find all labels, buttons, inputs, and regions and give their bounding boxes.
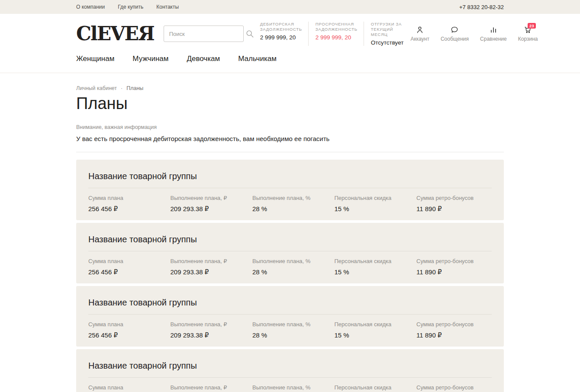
plan-group-card: Название товарной группы Сумма плана256 … <box>76 223 504 283</box>
metric-label: Сумма ретро-бонусов <box>416 195 474 201</box>
plan-group-title: Название товарной группы <box>88 361 492 371</box>
account-button[interactable]: Аккаунт <box>410 26 429 42</box>
metric-label: Сумма плана <box>88 195 171 201</box>
metric-cell: Выполнение плана, ₽209 293.38 ₽ <box>171 384 253 392</box>
cart-icon: 23 <box>523 26 532 34</box>
metric-value: 11 890 ₽ <box>416 331 474 339</box>
nav-item-boys[interactable]: Мальчикам <box>238 55 277 63</box>
metric-cell: Выполнение плана, ₽209 293.38 ₽ <box>171 321 253 339</box>
cart-button[interactable]: 23 Корзина <box>518 26 538 42</box>
breadcrumb-current: Планы <box>126 85 143 91</box>
metric-cell: Выполнение плана, %28 % <box>252 384 335 392</box>
metric-cell: Сумма ретро-бонусов11 890 ₽ <box>416 195 474 213</box>
account-stats: Дебиторская задолженность 2 999 999, 20 … <box>253 22 411 46</box>
nav-item-girls[interactable]: Девочкам <box>187 55 220 63</box>
plan-cards: Название товарной группы Сумма плана256 … <box>76 160 504 392</box>
metric-label: Выполнение плана, ₽ <box>171 195 253 201</box>
metric-label: Выполнение плана, % <box>252 195 335 201</box>
metric-value: 256 456 ₽ <box>88 331 171 339</box>
action-label: Корзина <box>518 36 538 42</box>
phone-number[interactable]: +7 8332 20-82-32 <box>459 4 504 10</box>
metrics-row: Сумма плана256 456 ₽Выполнение плана, ₽2… <box>88 384 492 392</box>
topbar-link-about[interactable]: О компании <box>76 4 105 10</box>
metric-label: Персональная скидка <box>335 195 417 201</box>
stat-overdue: Просроченная задолженность 2 999 999, 20 <box>308 22 364 46</box>
metric-label: Персональная скидка <box>335 321 417 328</box>
search-input[interactable] <box>169 31 245 37</box>
plan-group-card: Название товарной группы Сумма плана256 … <box>76 160 504 220</box>
metrics-row: Сумма плана256 456 ₽Выполнение плана, ₽2… <box>88 195 492 213</box>
metric-label: Персональная скидка <box>335 384 417 391</box>
metric-value: 256 456 ₽ <box>88 205 171 213</box>
chat-icon <box>450 26 459 34</box>
plan-group-title: Название товарной группы <box>88 298 492 308</box>
search-box <box>164 26 244 42</box>
search-icon[interactable] <box>245 29 254 38</box>
page-title: Планы <box>76 94 504 113</box>
metric-value: 28 % <box>252 331 335 339</box>
metric-label: Выполнение плана, ₽ <box>171 384 253 391</box>
divider <box>76 152 504 152</box>
metric-label: Сумма плана <box>88 321 171 328</box>
header-actions: Аккаунт Сообщения <box>410 26 538 42</box>
metric-cell: Выполнение плана, %28 % <box>252 258 335 276</box>
stat-shipments: Отгрузки за текущий месяц Отсутствует <box>364 22 411 46</box>
stat-value: 2 999 999, 20 <box>260 34 301 41</box>
metric-cell: Персональная скидка15 % <box>335 321 417 339</box>
metric-value: 209 293.38 ₽ <box>171 268 253 276</box>
metric-value: 209 293.38 ₽ <box>171 331 253 339</box>
notice-label: Внимание, важная информация <box>76 124 504 130</box>
metric-cell: Выполнение плана, %28 % <box>252 321 335 339</box>
topbar-link-contacts[interactable]: Контакты <box>156 4 179 10</box>
metric-value: 28 % <box>252 268 335 276</box>
metric-label: Персональная скидка <box>335 258 417 264</box>
metric-label: Выполнение плана, ₽ <box>171 258 253 264</box>
metric-label: Сумма ретро-бонусов <box>416 258 474 264</box>
breadcrumb: Личный кабинет · Планы <box>76 85 504 91</box>
action-label: Сообщения <box>441 36 469 42</box>
metric-label: Сумма плана <box>88 258 171 264</box>
metric-label: Выполнение плана, % <box>252 384 335 391</box>
compare-button[interactable]: Сравнение <box>480 26 507 42</box>
card-divider <box>88 251 492 251</box>
metric-label: Сумма ретро-бонусов <box>416 321 474 328</box>
metric-label: Сумма плана <box>88 384 171 391</box>
main-content: Личный кабинет · Планы Планы Внимание, в… <box>76 73 504 392</box>
metric-value: 209 293.38 ₽ <box>171 205 253 213</box>
metric-label: Сумма ретро-бонусов <box>416 384 474 391</box>
breadcrumb-account[interactable]: Личный кабинет <box>76 85 117 91</box>
metric-cell: Сумма плана256 456 ₽ <box>88 321 171 339</box>
plan-group-card: Название товарной группы Сумма плана256 … <box>76 286 504 347</box>
plan-group-card: Название товарной группы Сумма плана256 … <box>76 349 504 392</box>
stat-receivables: Дебиторская задолженность 2 999 999, 20 <box>253 22 308 46</box>
metric-label: Выполнение плана, % <box>252 321 335 328</box>
card-divider <box>88 377 492 378</box>
messages-button[interactable]: Сообщения <box>441 26 469 42</box>
metric-cell: Сумма плана256 456 ₽ <box>88 258 171 276</box>
card-divider <box>88 188 492 188</box>
nav-item-men[interactable]: Мужчинам <box>132 55 168 63</box>
notice-text: У вас есть просроченная дебиторская задо… <box>76 135 504 142</box>
metrics-row: Сумма плана256 456 ₽Выполнение плана, ₽2… <box>88 258 492 276</box>
cart-badge: 23 <box>528 23 536 29</box>
card-divider <box>88 314 492 315</box>
metric-cell: Сумма ретро-бонусов11 890 ₽ <box>416 384 474 392</box>
plan-group-title: Название товарной группы <box>88 171 492 181</box>
metrics-row: Сумма плана256 456 ₽Выполнение плана, ₽2… <box>88 321 492 339</box>
topbar-link-where-to-buy[interactable]: Где купить <box>118 4 143 10</box>
metric-cell: Персональная скидка15 % <box>335 258 417 276</box>
action-label: Сравнение <box>480 36 507 42</box>
plan-group-title: Название товарной группы <box>88 235 492 244</box>
metric-cell: Сумма плана256 456 ₽ <box>88 384 171 392</box>
breadcrumb-separator: · <box>121 85 122 91</box>
stat-value: 2 999 999, 20 <box>316 34 357 41</box>
metric-value: 256 456 ₽ <box>88 268 171 276</box>
action-label: Аккаунт <box>410 36 429 42</box>
metric-value: 15 % <box>335 205 417 212</box>
nav-item-women[interactable]: Женщинам <box>76 55 114 63</box>
metric-value: 11 890 ₽ <box>416 205 474 213</box>
topbar-links: О компании Где купить Контакты <box>76 4 179 10</box>
clever-logo[interactable]: ClEVEЯ <box>76 25 154 42</box>
stat-label: Отгрузки за текущий месяц <box>371 22 404 37</box>
metric-cell: Персональная скидка15 % <box>335 195 417 213</box>
